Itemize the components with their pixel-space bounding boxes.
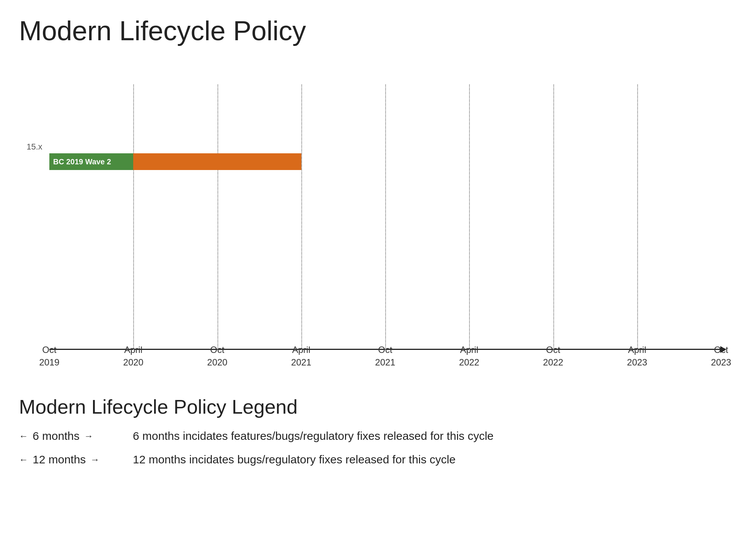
- x-axis-label: April 2022: [459, 343, 479, 369]
- legend-12months-label: 12 months: [33, 453, 86, 466]
- vertical-grid-line: [637, 84, 638, 350]
- vertical-grid-line: [385, 84, 386, 350]
- page-title: Modern Lifecycle Policy: [19, 15, 737, 46]
- legend-item-6months: ← 6 months → 6 months incidates features…: [19, 430, 737, 442]
- vertical-grid-line: [469, 84, 470, 350]
- legend-6months-desc: 6 months incidates features/bugs/regulat…: [133, 430, 493, 442]
- x-axis-label: Oct 2021: [375, 343, 395, 369]
- legend-6months-arrow: ← 6 months →: [19, 430, 118, 442]
- vertical-grid-line: [301, 84, 302, 350]
- legend-section: Modern Lifecycle Policy Legend ← 6 month…: [19, 395, 737, 466]
- version-label: 15.x: [27, 142, 43, 152]
- x-axis-label: Oct 2019: [39, 343, 59, 369]
- x-axis-label: Oct 2020: [207, 343, 227, 369]
- orange-bar: [133, 153, 301, 170]
- gantt-chart: Oct 2019April 2020Oct 2020April 2021Oct …: [19, 61, 721, 373]
- legend-6months-label: 6 months: [33, 430, 79, 442]
- legend-12months-desc: 12 months incidates bugs/regulatory fixe…: [133, 453, 455, 466]
- green-bar: BC 2019 Wave 2: [49, 153, 133, 170]
- x-axis-label: April 2023: [627, 343, 647, 369]
- legend-item-12months: ← 12 months → 12 months incidates bugs/r…: [19, 453, 737, 466]
- legend-12months-arrow: ← 12 months →: [19, 453, 118, 466]
- vertical-grid-line: [133, 84, 134, 350]
- x-axis-label: April 2020: [123, 343, 143, 369]
- x-axis-label: Oct 2022: [543, 343, 563, 369]
- x-axis-label: Oct 2023: [711, 343, 731, 369]
- x-axis-label: April 2021: [291, 343, 311, 369]
- legend-title: Modern Lifecycle Policy Legend: [19, 395, 737, 418]
- vertical-grid-line: [553, 84, 554, 350]
- vertical-grid-line: [217, 84, 218, 350]
